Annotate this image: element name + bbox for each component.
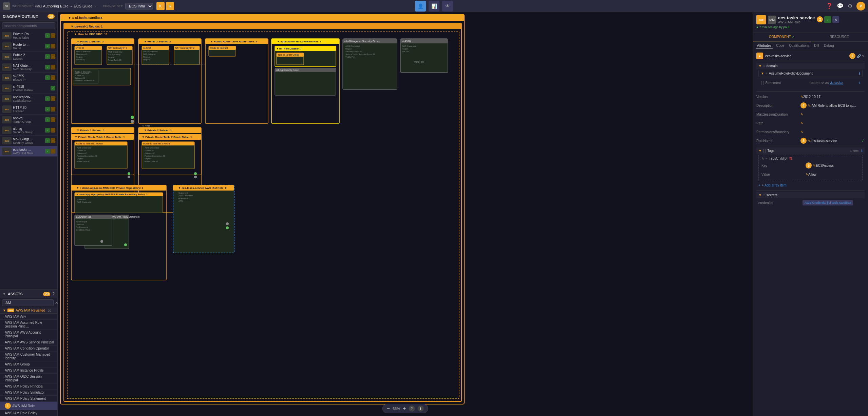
asset-iam-role-policy[interactable]: AWS IAM Role Policy bbox=[0, 410, 57, 416]
subtab-attributes[interactable]: Attributes bbox=[756, 43, 773, 48]
asset-iam-policy-statement[interactable]: AWS IAM Policy Statement bbox=[0, 396, 57, 402]
assume-info-icon[interactable]: ℹ bbox=[859, 72, 860, 75]
change-set-select[interactable]: ECS Infra bbox=[125, 3, 153, 9]
sidebar-item-http80[interactable]: aws HTTP:80 Listener ✓ ! bbox=[0, 104, 57, 115]
sidebar-item-albsg-actions: ✓ ! bbox=[45, 128, 55, 133]
sidebar-item-ecstasks-text: ecs-tasks-... AWS IAM Role bbox=[13, 148, 44, 155]
asset-iam-policy-principal[interactable]: AWS IAM Policy Principal bbox=[0, 383, 57, 390]
svg-rect-1 bbox=[60, 14, 464, 21]
sidebar-item-alb80ingr-sub: Security Group bbox=[13, 141, 44, 144]
tags-child-delete-icon[interactable]: 🗑 bbox=[789, 156, 793, 160]
subtab-qualifications[interactable]: Qualifications bbox=[788, 43, 811, 48]
asset-iam-policy-simulator[interactable]: AWS IAM Policy Simulator bbox=[0, 390, 57, 396]
assets-help-icon[interactable]: ? bbox=[52, 292, 55, 296]
sidebar-item-albsg[interactable]: aws alb-sg Security Group ✓ ! bbox=[0, 125, 57, 136]
person-icon[interactable]: 👤 bbox=[415, 1, 426, 12]
settings-icon[interactable]: ⚙ bbox=[848, 3, 852, 9]
rp-panel-content: ■ ecs-tasks-service 2 🔗 ✎ ▼ ≡ domain bbox=[753, 50, 868, 416]
sidebar-item-si4918[interactable]: aws si-4918 Internet Gatew... ✓ bbox=[0, 83, 57, 94]
asset-iam-customer[interactable]: AWS IAM Customer Managed Identity ... bbox=[0, 352, 57, 361]
rp-link-icon[interactable]: 🔗 bbox=[857, 54, 861, 58]
sidebar-item-route-to[interactable]: aws Route to ... Route ✓ ! bbox=[0, 41, 57, 52]
rp-assume-role-header[interactable]: ▼ ≡ AssumeRolePolicyDocument ℹ bbox=[758, 70, 863, 77]
tab-component[interactable]: COMPONENT ✓ bbox=[753, 33, 811, 41]
rp-path-field: Path ✎ bbox=[756, 119, 865, 127]
zoom-download-button[interactable]: ⬇ bbox=[417, 405, 423, 412]
subtab-debug[interactable]: Debug bbox=[823, 43, 835, 48]
sidebar-item-private-ro[interactable]: aws Private Ro... Route Table ✓ ! bbox=[0, 31, 57, 41]
sidebar-item-alb80ingr[interactable]: aws alb-80-ingr... Security Group ✓ ! bbox=[0, 136, 57, 146]
sidebar-item-route-to-text: Route to ... Route bbox=[13, 43, 44, 50]
subtab-diff[interactable]: Diff bbox=[813, 43, 820, 48]
rp-tags-header[interactable]: ▼ [ ] Tags 1 Item ℹ bbox=[756, 147, 865, 154]
sidebar-item-application[interactable]: aws application-... Loadbalancer ✓ ! bbox=[0, 94, 57, 104]
discord-icon[interactable]: 💬 bbox=[837, 3, 844, 9]
via-socket-link[interactable]: via socket bbox=[830, 81, 843, 84]
asset-iam-role[interactable]: 1 AWS IAM Role bbox=[0, 402, 57, 410]
version-edit-icon[interactable]: ✎ bbox=[800, 95, 803, 99]
assets-category-iam[interactable]: ▼ aws AWS IAM Revisited 20 bbox=[0, 308, 57, 314]
rp-name-color-swatch[interactable]: ■ bbox=[756, 53, 763, 59]
asset-iam-service[interactable]: AWS IAM AWS Service Principal bbox=[0, 339, 57, 345]
assets-category-icon: aws bbox=[7, 309, 14, 312]
add-array-item-button[interactable]: + + Add array item bbox=[758, 182, 863, 188]
svg-text:Security Group ID: Security Group ID bbox=[345, 51, 362, 53]
svg-text:Peering Connection ID: Peering Connection ID bbox=[145, 155, 165, 157]
svg-text:AWS Credential: AWS Credential bbox=[178, 195, 193, 197]
eye-icon[interactable]: 👁 bbox=[442, 1, 453, 12]
zoom-in-button[interactable]: + bbox=[403, 405, 406, 412]
subtab-code[interactable]: Code bbox=[775, 43, 786, 48]
asset-iam-oidc[interactable]: AWS IAM OIDC Session Principal bbox=[0, 374, 57, 383]
svg-text:Subnet ID: Subnet ID bbox=[75, 75, 84, 77]
rp-check-button[interactable]: ✓ bbox=[824, 16, 831, 23]
k-button[interactable]: K bbox=[156, 2, 165, 10]
rp-edit-name-icon[interactable]: ✎ bbox=[862, 54, 865, 58]
help-icon[interactable]: ❓ bbox=[826, 3, 833, 9]
path-edit-icon[interactable]: ✎ bbox=[800, 121, 803, 125]
main-canvas[interactable]: ▼ ≡ si-tools-sandbox ▼ us-east-1 Region:… bbox=[58, 12, 753, 416]
warning-icon-5: ! bbox=[51, 75, 55, 80]
asset-iam-condition[interactable]: AWS IAM Condition Operator bbox=[0, 345, 57, 352]
sidebar-item-si5755-actions: ✓ ! bbox=[45, 75, 55, 80]
value-edit-icon[interactable]: ✎ bbox=[806, 173, 808, 176]
sidebar-item-si5755-name: si-5755 bbox=[13, 74, 44, 78]
search-input[interactable] bbox=[2, 22, 55, 29]
description-edit-icon[interactable]: ✎ bbox=[808, 104, 811, 107]
rp-close-button[interactable]: ✕ bbox=[832, 16, 839, 23]
key-edit-icon[interactable]: ✎ bbox=[813, 164, 816, 167]
profile-avatar[interactable]: P bbox=[856, 2, 865, 11]
rp-secrets-header[interactable]: ▼ ≡ secrets bbox=[756, 192, 865, 198]
rp-domain-header[interactable]: ▼ ≡ domain bbox=[756, 63, 865, 69]
arrow-separator: › bbox=[94, 3, 96, 9]
sidebar-item-ecstasks-actions: ✓ ! bbox=[45, 149, 55, 154]
asset-iam-group[interactable]: AWS IAM Group bbox=[0, 361, 57, 368]
sidebar-item-si5755[interactable]: aws si-5755 Elastic IP ✓ ! bbox=[0, 73, 57, 83]
svg-text:Route Table ID: Route Table ID bbox=[108, 59, 121, 61]
rp-title-area: ecs-tasks-service AWS IAM Role bbox=[778, 15, 815, 24]
asset-iam-account[interactable]: AWS IAM AWS Account Principal bbox=[0, 330, 57, 339]
r-button[interactable]: R bbox=[166, 2, 174, 10]
zoom-out-button[interactable]: − bbox=[387, 405, 390, 412]
sidebar-item-ecstasks[interactable]: aws ecs-tasks-... AWS IAM Role ✓ ! bbox=[0, 146, 57, 157]
permissions-edit-icon[interactable]: ✎ bbox=[800, 130, 803, 134]
asset-iam-assumed[interactable]: AWS IAM Assumed Role Session Princi... bbox=[0, 320, 57, 330]
rolename-edit-icon[interactable]: ✎ bbox=[808, 139, 811, 143]
sidebar-item-nat-gate[interactable]: aws NAT Gate... NAT Gateway ✓ ! bbox=[0, 62, 57, 73]
zoom-help-button[interactable]: ? bbox=[409, 405, 415, 412]
chart-icon[interactable]: 📊 bbox=[429, 1, 439, 12]
sidebar-item-apptg[interactable]: aws app-tg Target Group ✓ ! bbox=[0, 115, 57, 125]
description-label: Description bbox=[756, 104, 800, 107]
asset-iam-any[interactable]: AWS IAM Any bbox=[0, 314, 57, 320]
tags-child-eq-icon: ≡ bbox=[766, 157, 768, 160]
sidebar-items-list: aws Private Ro... Route Table ✓ ! aws Ro… bbox=[0, 31, 57, 290]
maxsession-edit-icon[interactable]: ✎ bbox=[800, 113, 803, 116]
sidebar-item-public2[interactable]: aws Public 2 Subnet ✓ ! bbox=[0, 52, 57, 62]
tab-resource[interactable]: RESOURCE bbox=[811, 33, 868, 41]
statement-info-icon[interactable]: ℹ bbox=[858, 81, 860, 85]
tags-info-icon[interactable]: ℹ bbox=[861, 149, 863, 153]
svg-text:▼ HTTP:80  Listener: 7: ▼ HTTP:80 Listener: 7 bbox=[276, 47, 302, 50]
asset-iam-instance[interactable]: AWS IAM Instance Profile bbox=[0, 368, 57, 374]
add-array-icon: + bbox=[758, 183, 760, 187]
svg-point-114 bbox=[194, 176, 197, 178]
assets-search-input[interactable] bbox=[2, 299, 54, 306]
